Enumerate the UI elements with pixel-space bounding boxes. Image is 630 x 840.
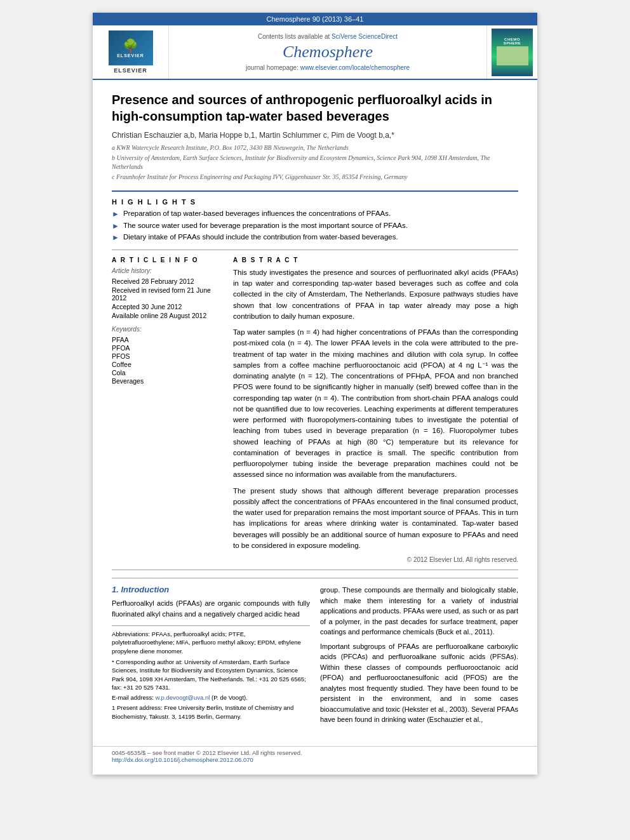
highlight-arrow-2: ► [112,222,119,232]
journal-citation: Chemosphere 90 (2013) 36–41 [93,13,537,25]
keywords-section: Keywords: PFAA PFOA PFOS Coffee Cola Bev… [112,326,223,385]
affiliation-b: b University of Amsterdam, Earth Surface… [112,154,518,171]
keyword-pfos: PFOS [112,352,223,360]
article-info-column: A R T I C L E I N F O Article history: R… [112,257,223,563]
intro-para-left: Perfluoroalkyl acids (PFAAs) are organic… [112,598,310,619]
intro-text-right: group. These compounds are thermally and… [320,585,518,725]
abstract-title: A B S T R A C T [233,257,518,263]
elsevier-logo: 🌳 ELSEVIER ELSEVIER [109,30,153,74]
homepage-link-text: www.elsevier.com/locate/chemosphere [300,64,410,71]
intro-right-col: group. These compounds are thermally and… [320,585,518,729]
abstract-para-1: This study investigates the presence and… [233,267,518,322]
homepage-label: journal homepage: [246,64,300,71]
highlight-item-3: ► Dietary intake of PFAAs should include… [112,233,518,243]
highlight-text-2: The source water used for beverage prepa… [123,222,408,229]
highlight-text-1: Preparation of tap water-based beverages… [123,210,391,217]
abstract-para-3: The present study shows that although di… [233,486,518,552]
highlights-section: H I G H L I G H T S ► Preparation of tap… [112,198,518,243]
elsevier-text: ELSEVIER [109,67,153,74]
cover-label: CHEMOSPHERE [504,37,521,45]
journal-cover-area: CHEMOSPHERE [486,25,537,79]
logo-graphic: 🌳 ELSEVIER [109,30,153,65]
keywords-label: Keywords: [112,326,223,333]
logo-brand: ELSEVIER [117,53,144,58]
keyword-pfaa: PFAA [112,336,223,343]
keyword-beverages: Beverages [112,377,223,385]
highlight-item-1: ► Preparation of tap water-based beverag… [112,210,518,220]
intro-para-right-1: group. These compounds are thermally and… [320,585,518,637]
authors-text: Christian Eschauzier a,b, Maria Hoppe b,… [112,131,394,140]
affiliations: a KWR Watercycle Research Institute, P.O… [112,143,518,182]
sciverse-line: Contents lists available at SciVerse Sci… [258,33,398,40]
footer-doi-link[interactable]: http://dx.doi.org/10.1016/j.chemosphere.… [112,756,253,763]
tree-icon: 🌳 [123,38,138,53]
cover-image [497,46,528,65]
journal-name: Chemosphere [283,43,373,62]
date-revised: Received in revised form 21 June 2012 [112,286,223,302]
history-label: Article history: [112,267,223,274]
footnotes: Abbreviations: PFAAs, perfluoroalkyl aci… [112,625,310,721]
citation-text: Chemosphere 90 (2013) 36–41 [267,15,364,23]
date-received: Received 28 February 2012 [112,277,223,285]
highlights-title: H I G H L I G H T S [112,198,518,206]
affiliation-a: a KWR Watercycle Research Institute, P.O… [112,143,518,152]
keywords-list: PFAA PFOA PFOS Coffee Cola Beverages [112,336,223,385]
intro-para-right-2: Important subgroups of PFAAs are perfluo… [320,641,518,725]
journal-title-area: Contents lists available at SciVerse Sci… [169,25,486,79]
intro-left-col: 1. Introduction Perfluoroalkyl acids (PF… [112,585,310,729]
sciverse-link[interactable]: SciVerse ScienceDirect [332,33,398,40]
article-info-abstract: A R T I C L E I N F O Article history: R… [112,257,518,563]
highlight-arrow-1: ► [112,210,119,220]
intro-heading: 1. Introduction [112,585,310,594]
affiliation-c: c Fraunhofer Institute for Process Engin… [112,173,518,182]
highlight-item-2: ► The source water used for beverage pre… [112,222,518,232]
sciverse-link-text: SciVerse ScienceDirect [332,33,398,40]
article-title: Presence and sources of anthropogenic pe… [112,91,518,124]
email-link[interactable]: w.p.devoogt@uva.nl [156,694,210,701]
abstract-text: This study investigates the presence and… [233,267,518,551]
footnote-abbreviations: Abbreviations: PFAAs, perfluoroalkyl aci… [112,630,310,655]
introduction-section: 1. Introduction Perfluoroalkyl acids (PF… [112,578,518,729]
keyword-pfoa: PFOA [112,344,223,352]
journal-homepage: journal homepage: www.elsevier.com/locat… [246,64,410,71]
journal-header: 🌳 ELSEVIER ELSEVIER Contents lists avail… [93,25,537,80]
email-person: (P. de Voogt). [211,694,248,701]
intro-text-left: Perfluoroalkyl acids (PFAAs) are organic… [112,598,310,619]
footnote-corresponding: * Corresponding author at: University of… [112,658,310,691]
sciverse-text: Contents lists available at [258,33,332,40]
copyright-line: © 2012 Elsevier Ltd. All rights reserved… [233,556,518,563]
abstract-para-2: Tap water samples (n = 4) had higher con… [233,327,518,481]
footer-doi-text: http://dx.doi.org/10.1016/j.chemosphere.… [112,756,253,763]
page: Chemosphere 90 (2013) 36–41 🌳 ELSEVIER E… [93,13,537,775]
keyword-coffee: Coffee [112,361,223,368]
footnote-1: 1 Present address: Free University Berli… [112,703,310,721]
email-address: w.p.devoogt@uva.nl [156,694,210,701]
footnote-email: E-mail address: w.p.devoogt@uva.nl (P. d… [112,693,310,702]
abstract-column: A B S T R A C T This study investigates … [233,257,518,563]
date-online: Available online 28 August 2012 [112,312,223,319]
thick-divider [112,190,518,192]
homepage-link[interactable]: www.elsevier.com/locate/chemosphere [300,64,410,71]
article-info-title: A R T I C L E I N F O [112,257,223,263]
intro-divider [112,570,518,570]
highlight-arrow-3: ► [112,233,119,243]
date-accepted: Accepted 30 June 2012 [112,303,223,310]
section-divider [112,250,518,250]
journal-cover: CHEMOSPHERE [492,29,533,76]
authors-line: Christian Eschauzier a,b, Maria Hoppe b,… [112,131,518,140]
page-footer: 0045-6535/$ – see front matter © 2012 El… [93,746,537,766]
publisher-logo-area: 🌳 ELSEVIER ELSEVIER [93,25,169,79]
footer-issn: 0045-6535/$ – see front matter © 2012 El… [112,749,302,756]
email-label: E-mail address: [112,694,156,701]
keyword-cola: Cola [112,369,223,377]
highlight-text-3: Dietary intake of PFAAs should include t… [123,233,398,241]
main-content: Presence and sources of anthropogenic pe… [93,80,537,738]
